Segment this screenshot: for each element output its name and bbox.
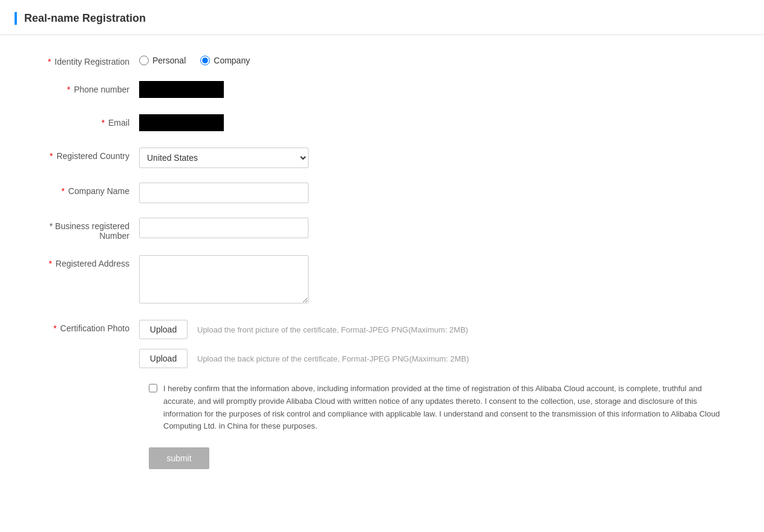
required-marker: *	[102, 118, 105, 128]
registered-address-field	[139, 255, 502, 305]
registered-address-row: * Registered Address	[36, 255, 728, 305]
upload-back-hint: Upload the back picture of the certifica…	[197, 354, 469, 363]
registered-country-field: United States China United Kingdom Germa…	[139, 148, 502, 168]
identity-radio-group: Personal Company	[139, 53, 502, 65]
company-radio-label: Company	[214, 56, 250, 65]
company-name-row: * Company Name	[36, 183, 728, 203]
email-row: * Email	[36, 114, 728, 133]
required-marker: *	[53, 323, 56, 333]
form-container: * Identity Registration Personal Company	[0, 35, 764, 493]
page-container: Real-name Registration * Identity Regist…	[0, 0, 764, 532]
business-number-label: * Business registered Number	[36, 218, 139, 241]
business-number-row: * Business registered Number	[36, 218, 728, 241]
upload-back-button[interactable]: Upload	[139, 349, 188, 368]
registered-address-input[interactable]	[139, 255, 309, 303]
submit-button[interactable]: submit	[149, 447, 209, 469]
required-marker: *	[50, 221, 53, 231]
page-title: Real-name Registration	[15, 12, 749, 25]
required-marker: *	[62, 186, 65, 196]
upload-front-button[interactable]: Upload	[139, 320, 188, 339]
registered-country-label: * Registered Country	[36, 148, 139, 161]
upload-back-row: Upload Upload the back picture of the ce…	[139, 349, 502, 368]
personal-radio-option[interactable]: Personal	[139, 56, 186, 65]
registered-address-label: * Registered Address	[36, 255, 139, 268]
registered-country-row: * Registered Country United States China…	[36, 148, 728, 168]
company-name-label: * Company Name	[36, 183, 139, 196]
identity-registration-field: Personal Company	[139, 53, 502, 65]
upload-front-hint: Upload the front picture of the certific…	[197, 325, 468, 334]
consent-row: I hereby confirm that the information ab…	[149, 383, 728, 433]
required-marker: *	[50, 151, 53, 161]
business-number-field	[139, 218, 502, 238]
country-select[interactable]: United States China United Kingdom Germa…	[139, 148, 309, 168]
company-name-input[interactable]	[139, 183, 309, 203]
company-radio-option[interactable]: Company	[200, 56, 250, 65]
consent-checkbox[interactable]	[149, 384, 157, 392]
required-marker: *	[48, 57, 51, 66]
consent-text: I hereby confirm that the information ab…	[163, 383, 728, 433]
personal-radio[interactable]	[139, 56, 149, 65]
upload-front-row: Upload Upload the front picture of the c…	[139, 320, 502, 339]
business-number-input[interactable]	[139, 218, 309, 238]
certification-photo-field: Upload Upload the front picture of the c…	[139, 320, 502, 368]
identity-registration-label: * Identity Registration	[36, 53, 139, 66]
email-field	[139, 114, 502, 133]
email-label: * Email	[36, 114, 139, 128]
phone-number-redacted	[139, 81, 224, 98]
identity-registration-row: * Identity Registration Personal Company	[36, 53, 728, 66]
required-marker: *	[67, 85, 70, 94]
certification-photo-label: * Certification Photo	[36, 320, 139, 333]
company-radio[interactable]	[200, 56, 210, 65]
required-marker: *	[48, 259, 51, 268]
company-name-field	[139, 183, 502, 203]
phone-number-field	[139, 81, 502, 100]
email-redacted	[139, 114, 224, 131]
phone-number-label: * Phone number	[36, 81, 139, 94]
submit-row: submit	[149, 447, 728, 469]
personal-radio-label: Personal	[152, 56, 186, 65]
phone-number-row: * Phone number	[36, 81, 728, 100]
page-header: Real-name Registration	[0, 0, 764, 35]
certification-photo-row: * Certification Photo Upload Upload the …	[36, 320, 728, 368]
